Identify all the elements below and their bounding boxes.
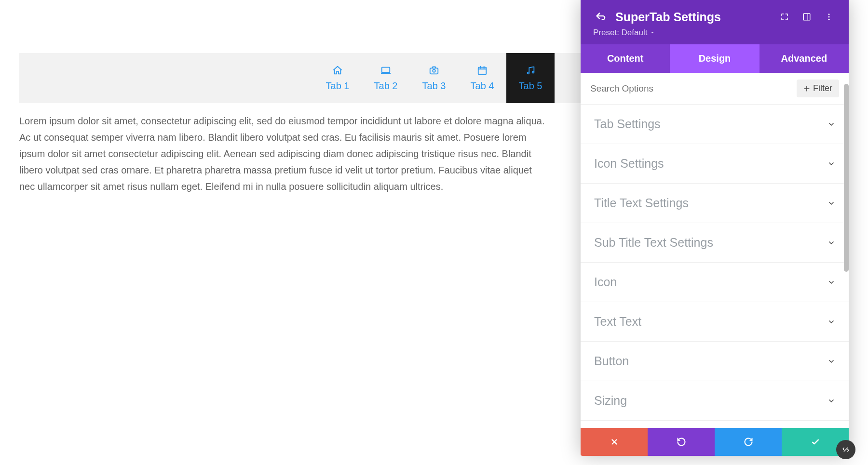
tab-label: Tab 1 <box>326 80 350 92</box>
section-title: Icon <box>594 275 617 289</box>
close-icon <box>610 438 619 446</box>
svg-point-4 <box>528 72 529 74</box>
tab-label: Tab 3 <box>422 80 446 92</box>
tab-3[interactable]: Tab 3 <box>410 53 458 103</box>
panel-footer <box>581 428 849 456</box>
section-title: Text Text <box>594 315 641 329</box>
svg-point-5 <box>532 71 534 73</box>
tab-4[interactable]: Tab 4 <box>458 53 506 103</box>
panel-tabs: Content Design Advanced <box>581 44 849 73</box>
section-icon-settings[interactable]: Icon Settings <box>581 144 849 184</box>
camera-icon <box>429 65 439 76</box>
chevron-down-icon <box>827 120 835 128</box>
home-icon <box>332 65 343 76</box>
panel-header: SuperTab Settings Preset: Default <box>581 0 849 44</box>
svg-point-8 <box>828 16 830 18</box>
tablist: Tab 1 Tab 2 Tab 3 Tab 4 <box>313 53 555 103</box>
kebab-icon <box>825 13 833 21</box>
preset-label: Preset: Default <box>593 28 647 38</box>
undo-button[interactable] <box>648 428 715 456</box>
section-title: Icon Settings <box>594 157 664 171</box>
expand-icon <box>780 13 789 21</box>
redo-button[interactable] <box>715 428 782 456</box>
tab-label: Tab 2 <box>374 80 398 92</box>
section-icon[interactable]: Icon <box>581 263 849 302</box>
dock-button[interactable] <box>800 10 814 24</box>
resize-icon <box>841 445 850 454</box>
svg-rect-6 <box>803 13 810 20</box>
sections[interactable]: Tab Settings Icon Settings Title Text Se… <box>581 105 849 428</box>
check-icon <box>811 437 820 447</box>
chevron-down-icon <box>827 199 835 207</box>
resize-handle[interactable] <box>836 440 855 459</box>
search-input[interactable] <box>590 83 797 94</box>
svg-rect-0 <box>382 67 390 72</box>
svg-rect-1 <box>430 68 438 74</box>
tab-1[interactable]: Tab 1 <box>313 53 362 103</box>
section-title: Button <box>594 354 629 368</box>
tab-5[interactable]: Tab 5 <box>506 53 555 103</box>
caret-down-icon <box>650 30 655 35</box>
back-button[interactable] <box>593 10 608 24</box>
back-arrow-icon <box>595 12 606 22</box>
tab-label: Tab 5 <box>519 80 542 92</box>
section-text-text[interactable]: Text Text <box>581 302 849 342</box>
more-button[interactable] <box>822 10 836 24</box>
body-text: Lorem ipsum dolor sit amet, consectetur … <box>19 113 550 195</box>
section-title: Tab Settings <box>594 117 661 131</box>
settings-panel: SuperTab Settings Preset: Default Conten… <box>581 0 849 456</box>
calendar-icon <box>477 65 488 76</box>
chevron-down-icon <box>827 397 835 405</box>
section-sizing[interactable]: Sizing <box>581 381 849 421</box>
panel-title: SuperTab Settings <box>615 10 770 24</box>
panel-tab-advanced[interactable]: Advanced <box>760 44 849 73</box>
cancel-button[interactable] <box>581 428 648 456</box>
panel-tab-design[interactable]: Design <box>670 44 759 73</box>
search-row: Filter <box>581 73 849 105</box>
section-title: Title Text Settings <box>594 196 689 210</box>
chevron-down-icon <box>827 160 835 168</box>
section-title: Sub Title Text Settings <box>594 236 713 250</box>
chevron-down-icon <box>827 279 835 286</box>
undo-icon <box>677 437 686 447</box>
laptop-icon <box>380 65 391 76</box>
section-button[interactable]: Button <box>581 342 849 381</box>
preset-dropdown[interactable]: Preset: Default <box>593 28 655 38</box>
svg-point-2 <box>433 69 435 72</box>
tab-2[interactable]: Tab 2 <box>362 53 410 103</box>
plus-icon <box>803 85 810 92</box>
tab-label: Tab 4 <box>471 80 494 92</box>
expand-button[interactable] <box>777 10 792 24</box>
filter-label: Filter <box>813 83 832 93</box>
dock-icon <box>802 13 811 21</box>
section-title: Sizing <box>594 394 627 408</box>
svg-rect-3 <box>478 67 487 74</box>
section-sub-title-text-settings[interactable]: Sub Title Text Settings <box>581 223 849 263</box>
panel-header-top: SuperTab Settings <box>593 10 836 24</box>
svg-point-9 <box>828 19 830 20</box>
section-tab-settings[interactable]: Tab Settings <box>581 105 849 144</box>
chevron-down-icon <box>827 358 835 365</box>
filter-button[interactable]: Filter <box>797 80 839 97</box>
scrollbar[interactable] <box>844 84 849 272</box>
chevron-down-icon <box>827 239 835 247</box>
section-title-text-settings[interactable]: Title Text Settings <box>581 184 849 223</box>
panel-tab-content[interactable]: Content <box>581 44 670 73</box>
music-icon <box>525 65 536 76</box>
chevron-down-icon <box>827 318 835 326</box>
svg-point-7 <box>828 13 830 15</box>
redo-icon <box>744 437 753 447</box>
